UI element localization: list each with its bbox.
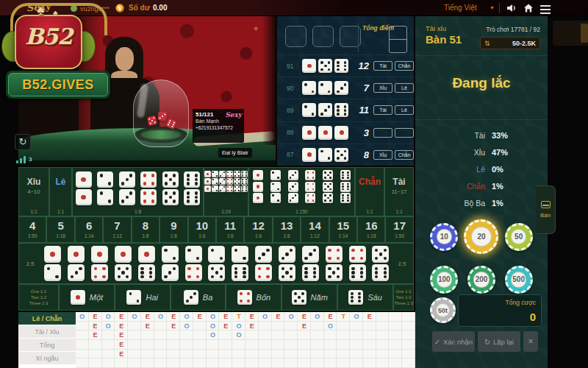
die-3 <box>334 81 348 95</box>
bet-total-7[interactable]: 71:12 <box>103 216 131 243</box>
stat-Chẵn: Chẵn1% <box>415 177 548 194</box>
bet-total-5[interactable]: 51:18 <box>46 216 74 243</box>
bet-total-10[interactable]: 101:6 <box>188 216 216 243</box>
road-mark-O: O <box>207 312 220 322</box>
small-odds: 1:1 <box>19 209 49 214</box>
bet-total-6[interactable]: 61:14 <box>75 216 103 243</box>
road-mark-T: T <box>337 312 350 322</box>
bet-double-2[interactable] <box>95 171 117 207</box>
bet-pair-3-6[interactable] <box>298 244 322 283</box>
road-mark-E: E <box>141 312 154 322</box>
bet-total-15[interactable]: 151:14 <box>329 216 357 243</box>
roadmap-tab-Xí ngầu[interactable]: Xí ngầu <box>18 352 76 365</box>
bet-pair-2-3[interactable] <box>158 244 182 283</box>
bet-single-5[interactable]: Năm <box>282 284 337 311</box>
bet-single-1[interactable]: Một <box>59 284 115 311</box>
bet-pair-2-4[interactable] <box>182 244 205 283</box>
die-6 <box>348 290 363 305</box>
die-1 <box>302 59 316 73</box>
refresh-stream-button[interactable]: ↻ <box>15 134 31 150</box>
chip-100[interactable]: 100 <box>430 266 458 294</box>
roadmap-tab-Tài / Xỉu[interactable]: Tài / Xỉu <box>18 325 76 339</box>
bet-total-12[interactable]: 121:6 <box>244 216 272 243</box>
bet-odd[interactable]: Lẻ 1:1 <box>49 167 72 216</box>
table-list-tab[interactable]: Bàn <box>536 185 556 234</box>
home-icon[interactable] <box>523 2 534 14</box>
bet-pair-4-5[interactable] <box>322 244 345 283</box>
chip-value: 200 <box>473 272 489 287</box>
bet-pair-1-3[interactable] <box>65 244 88 283</box>
bet-even[interactable]: Chẵn 1:1 <box>355 167 384 216</box>
custom-chip[interactable]: 50t <box>430 297 456 323</box>
die-4 <box>140 189 157 205</box>
history-total: 7 <box>352 82 369 93</box>
history-tag-Lẻ: Lẻ <box>395 83 414 93</box>
bet-pair-3-5[interactable] <box>276 244 299 283</box>
bet-pair-2-6[interactable] <box>229 244 252 283</box>
bet-single-2[interactable]: Hai <box>115 284 171 311</box>
bet-small[interactable]: Xỉu 4~10 1:1 <box>18 167 49 216</box>
die-1 <box>68 246 85 263</box>
bet-total-14[interactable]: 141:12 <box>301 216 329 243</box>
bet-single-3[interactable]: Ba <box>171 284 226 311</box>
bet-total-16[interactable]: 161:18 <box>357 216 385 243</box>
bet-pair-3-4[interactable] <box>252 244 276 283</box>
stat-value: 0% <box>492 165 503 174</box>
bet-double-3[interactable] <box>116 171 138 207</box>
bet-triple-5[interactable] <box>319 170 337 209</box>
bet-single-4[interactable]: Bốn <box>226 284 282 311</box>
bet-total-13[interactable]: 131:8 <box>273 216 301 243</box>
bet-triple-1[interactable] <box>249 170 267 209</box>
language-selector[interactable]: Tiếng Việt <box>444 4 476 13</box>
table-tab-label: Bàn <box>540 212 551 219</box>
chip-50[interactable]: 50 <box>505 223 533 251</box>
bet-pair-5-6[interactable] <box>369 244 392 283</box>
bet-pair-1-5[interactable] <box>112 244 135 283</box>
total-odds: 1:12 <box>104 233 130 238</box>
chevron-down-icon[interactable]: ▼ <box>490 5 495 10</box>
bet-double-4[interactable] <box>138 171 160 207</box>
bet-pair-1-6[interactable] <box>135 244 158 283</box>
bet-triple-2[interactable] <box>267 170 284 209</box>
stat-value: 1% <box>492 199 503 208</box>
bet-double-1[interactable] <box>73 171 95 207</box>
bet-any-triple[interactable]: 1:24 <box>204 167 248 216</box>
menu-icon[interactable] <box>540 3 552 15</box>
username: vu2ngc*** <box>80 4 110 13</box>
bet-total-4[interactable]: 41:50 <box>18 216 46 243</box>
bet-triple-4[interactable] <box>301 170 319 209</box>
history-row-90: 907XỉuLẻ <box>277 77 414 99</box>
chip-500[interactable]: 500 <box>505 266 533 294</box>
die-1 <box>302 148 316 162</box>
total-bet-box: Tổng cược 0 <box>458 294 542 327</box>
bet-total-11[interactable]: 111:6 <box>216 216 244 243</box>
bet-double-5[interactable] <box>159 171 182 207</box>
bet-total-9[interactable]: 91:6 <box>159 216 187 243</box>
roadmap-tab-Lẻ / Chẵn[interactable]: Lẻ / Chẵn <box>18 312 76 325</box>
bet-pair-4-6[interactable] <box>345 244 369 283</box>
bet-triple-3[interactable] <box>284 170 302 209</box>
big-label: Tài <box>385 177 413 187</box>
bet-total-8[interactable]: 81:8 <box>132 216 159 243</box>
bet-pair-2-5[interactable] <box>205 244 229 283</box>
stake-range-box[interactable]: ⇅ 50-2.5K <box>480 37 540 49</box>
bet-triple-6[interactable] <box>337 170 354 209</box>
bet-doubles-group: 1:8 <box>72 167 204 216</box>
die-3 <box>302 246 319 263</box>
chip-200[interactable]: 200 <box>467 266 495 294</box>
bet-pair-1-4[interactable] <box>88 244 112 283</box>
road-mark-O: O <box>180 322 193 331</box>
bet-pair-1-2[interactable] <box>41 244 65 283</box>
repeat-button[interactable]: ↻ Lặp lại <box>478 331 520 352</box>
cancel-button[interactable]: × <box>523 331 538 352</box>
bet-single-6[interactable]: Sáu <box>337 284 393 311</box>
bet-total-17[interactable]: 171:50 <box>385 216 413 243</box>
confirm-button[interactable]: ✓ Xác nhận <box>432 331 475 352</box>
bet-double-6[interactable] <box>182 171 204 207</box>
bet-big[interactable]: Tài 11~17 1:1 <box>384 167 414 216</box>
chip-value: 20 <box>471 227 491 247</box>
roadmap-tab-Tổng[interactable]: Tổng <box>18 339 76 352</box>
chip-10[interactable]: 10 <box>430 223 458 251</box>
chip-20[interactable]: 20 <box>464 219 498 254</box>
speaker-icon[interactable] <box>506 2 517 14</box>
